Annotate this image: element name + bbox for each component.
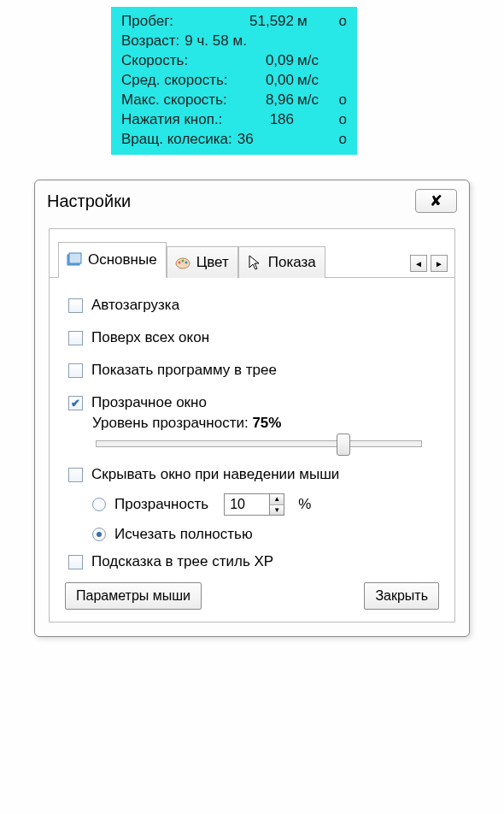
stats-overlay: Пробег: 51,592 м о Возраст: 9 ч. 58 м. С… (111, 7, 357, 155)
transparency-level-label: Уровень прозрачности: 75% (92, 415, 436, 432)
checkbox-ontop-row: Поверх всех окон (68, 329, 436, 346)
stat-value: 9 ч. 58 м. (179, 32, 297, 51)
transparency-slider[interactable] (96, 440, 436, 447)
stat-unit (297, 32, 331, 51)
radio-label: Прозрачность (114, 496, 208, 513)
svg-point-5 (185, 262, 187, 264)
spinner-down[interactable]: ▼ (270, 505, 284, 516)
stat-row: Возраст: 9 ч. 58 м. (121, 32, 347, 51)
mouse-params-button[interactable]: Параметры мыши (65, 582, 202, 610)
tab-color[interactable]: Цвет (167, 246, 238, 278)
tab-scroll-right[interactable]: ► (431, 255, 448, 272)
stat-reset[interactable]: о (331, 91, 347, 110)
stat-value: 36 (232, 130, 297, 150)
checkbox-label: Прозрачное окно (91, 394, 207, 411)
tabstrip: Основные Цвет Показа ◄ ► (50, 241, 454, 278)
stat-reset[interactable] (331, 32, 347, 51)
radio-vanish[interactable] (92, 528, 106, 541)
stat-value: 0,00 (228, 71, 297, 91)
stat-row: Пробег: 51,592 м о (121, 12, 347, 32)
checkbox-label: Поверх всех окон (91, 329, 209, 346)
stat-unit: м (297, 12, 331, 32)
tab-show[interactable]: Показа (238, 246, 325, 278)
tab-scroll-left[interactable]: ◄ (410, 255, 427, 272)
checkbox-transparent[interactable] (68, 396, 83, 410)
checkbox-autoload-row: Автозагрузка (68, 297, 436, 314)
transparency-level-value: 75% (252, 415, 281, 431)
stat-row: Вращ. колесика: 36 о (121, 130, 347, 150)
close-icon: ✘ (430, 192, 442, 209)
checkbox-transparent-row: Прозрачное окно (68, 394, 436, 411)
stat-value: 51,592 (173, 12, 297, 32)
tab-label: Цвет (196, 254, 229, 271)
stat-row: Нажатия кноп.: 186 о (121, 110, 347, 130)
stat-value: 0,09 (188, 51, 297, 71)
checkbox-ontop[interactable] (68, 331, 83, 345)
stat-label: Нажатия кноп.: (121, 110, 222, 130)
stat-label: Макс. скорость: (121, 91, 227, 110)
radio-transparency[interactable] (92, 498, 106, 511)
stat-row: Сред. скорость: 0,00 м/с (121, 71, 347, 91)
hide-sub-options: Прозрачность 10 ▲ ▼ % Исчезать полностью (92, 493, 436, 543)
checkbox-hide-on-hover[interactable] (68, 468, 83, 482)
checkbox-label: Подсказка в трее стиль XP (91, 553, 273, 570)
inner-frame: Основные Цвет Показа ◄ ► Автозагрузка (49, 228, 455, 622)
svg-point-4 (181, 260, 184, 262)
settings-dialog: Настройки ✘ Основные Цвет Показа ◄ ► (34, 180, 470, 637)
stat-value: 186 (222, 110, 297, 130)
stat-reset[interactable] (331, 51, 347, 71)
spinner-up[interactable]: ▲ (270, 494, 284, 505)
cursor-icon (246, 254, 263, 271)
checkbox-autoload[interactable] (68, 298, 83, 313)
checkbox-label: Автозагрузка (91, 297, 179, 314)
transparency-spinner[interactable]: 10 ▲ ▼ (224, 493, 284, 516)
checkbox-label: Показать программу в трее (91, 362, 277, 379)
tab-label: Основные (88, 251, 157, 268)
stat-label: Скорость: (121, 51, 188, 71)
svg-rect-1 (69, 253, 81, 263)
stat-reset[interactable]: о (331, 130, 347, 150)
stat-reset[interactable]: о (331, 12, 347, 32)
checkbox-tooltip-xp-row: Подсказка в трее стиль XP (68, 553, 436, 570)
tab-body-main: Автозагрузка Поверх всех окон Показать п… (50, 278, 454, 584)
percent-sign: % (298, 496, 311, 513)
checkbox-tray[interactable] (68, 363, 83, 378)
palette-icon (174, 254, 191, 271)
stat-value: 8,96 (227, 91, 297, 110)
stat-label: Сред. скорость: (121, 71, 228, 91)
close-dialog-button[interactable]: Закрыть (364, 582, 439, 610)
tab-label: Показа (268, 254, 316, 271)
checkbox-label: Скрывать окно при наведении мыши (91, 466, 339, 483)
stat-label: Возраст: (121, 32, 179, 51)
svg-point-3 (178, 262, 180, 264)
tab-scroll-arrows: ◄ ► (410, 255, 454, 277)
stat-reset[interactable] (331, 71, 347, 91)
close-button[interactable]: ✘ (415, 189, 457, 213)
tab-main[interactable]: Основные (58, 242, 167, 278)
radio-transparency-row: Прозрачность 10 ▲ ▼ % (92, 493, 436, 516)
spinner-value: 10 (225, 494, 269, 515)
stat-unit: м/с (297, 91, 331, 110)
settings-icon (66, 251, 83, 268)
stat-unit (297, 130, 331, 150)
radio-label: Исчезать полностью (114, 526, 253, 543)
checkbox-tooltip-xp[interactable] (68, 555, 83, 569)
slider-thumb[interactable] (337, 434, 350, 456)
titlebar: Настройки ✘ (35, 180, 469, 228)
stat-unit: м/с (297, 51, 331, 71)
stat-label: Вращ. колесика: (121, 130, 232, 150)
checkbox-tray-row: Показать программу в трее (68, 362, 436, 379)
stat-row: Скорость: 0,09 м/с (121, 51, 347, 71)
stat-unit (297, 110, 331, 130)
stat-row: Макс. скорость: 8,96 м/с о (121, 91, 347, 110)
dialog-button-row: Параметры мыши Закрыть (50, 582, 454, 610)
slider-track[interactable] (96, 440, 422, 447)
stat-reset[interactable]: о (331, 110, 347, 130)
stat-label: Пробег: (121, 12, 173, 32)
stat-unit: м/с (297, 71, 331, 91)
checkbox-hide-on-hover-row: Скрывать окно при наведении мыши (68, 466, 436, 483)
dialog-title: Настройки (47, 192, 415, 211)
radio-vanish-row: Исчезать полностью (92, 526, 436, 543)
